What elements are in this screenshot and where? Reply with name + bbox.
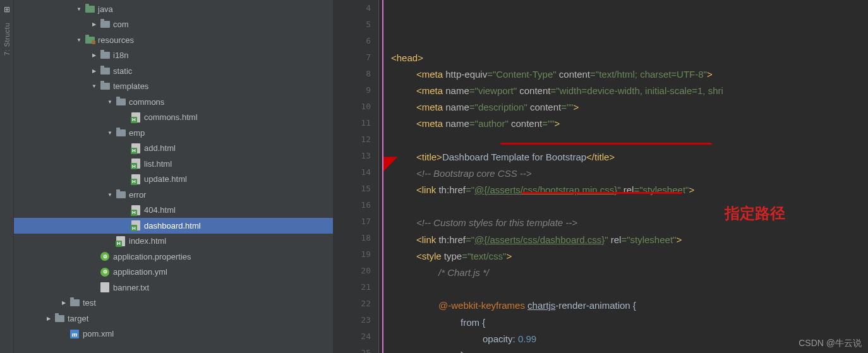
code-line[interactable]: <meta http-equiv="Content-Type" content=…	[385, 66, 868, 83]
line-number[interactable]: 6	[353, 33, 371, 49]
token: rel	[611, 232, 622, 248]
token: meta	[422, 116, 446, 132]
tree-row-templates[interactable]: templates	[14, 79, 333, 95]
line-number[interactable]: 20	[353, 263, 371, 279]
tree-row-commons[interactable]: commons	[14, 94, 333, 110]
tree-row-static[interactable]: static	[14, 63, 333, 79]
tree-row-banner-txt[interactable]: banner.txt	[14, 280, 333, 296]
line-number[interactable]: 22	[353, 296, 371, 312]
code-line[interactable]: <style type="text/css">	[385, 248, 868, 265]
line-number[interactable]: 23	[353, 312, 371, 328]
line-number[interactable]: 17	[353, 213, 371, 230]
fold-gutter[interactable]	[334, 0, 353, 353]
folder-icon	[69, 298, 80, 308]
line-number[interactable]: 14	[353, 164, 371, 181]
tree-row-emp[interactable]: emp	[14, 125, 333, 141]
structure-icon[interactable]: ⊞	[4, 5, 10, 14]
tree-row-pom-xml[interactable]: pom.xml	[14, 326, 333, 342]
tree-item-label: application.yml	[113, 267, 167, 277]
tree-row-update-html[interactable]: update.html	[14, 172, 333, 188]
chevron-icon[interactable]	[89, 21, 99, 27]
token: Content-Type	[496, 66, 553, 83]
code-line[interactable]: }	[385, 347, 868, 353]
token: ="	[550, 83, 559, 99]
chevron-icon[interactable]	[105, 99, 115, 105]
tree-row-index-html[interactable]: index.html	[14, 234, 333, 249]
tree-row-resources[interactable]: resources	[14, 32, 333, 48]
code-line[interactable]: <!-- Bootstrap core CSS -->	[385, 165, 868, 182]
chevron-icon[interactable]	[74, 6, 84, 12]
tree-row-error[interactable]: error	[14, 187, 333, 203]
line-number[interactable]: 5	[353, 16, 371, 33]
line-number[interactable]: 13	[353, 148, 371, 164]
tree-item-label: emp	[129, 128, 145, 138]
code-line[interactable]: <meta name="author" content="">	[385, 116, 868, 132]
tree-row-add-html[interactable]: add.html	[14, 141, 333, 157]
line-number[interactable]: 16	[353, 197, 371, 213]
line-number[interactable]: 9	[353, 82, 371, 99]
code-line[interactable]: <meta name="viewport" content="width=dev…	[385, 83, 868, 99]
token: <	[416, 149, 422, 165]
chevron-icon[interactable]	[89, 68, 99, 74]
line-number[interactable]: 18	[353, 230, 371, 246]
tree-row-application-yml[interactable]: application.yml	[14, 265, 333, 280]
tree-row-test[interactable]: test	[14, 296, 333, 311]
tree-row-404-html[interactable]: 404.html	[14, 203, 333, 218]
code-line[interactable]: <link th:href="@{/asserts/css/dashboard.…	[385, 232, 868, 248]
tree-row-com[interactable]: com	[14, 17, 333, 33]
editor-area[interactable]: 45678910111213141516171819202122232425 <…	[334, 0, 868, 353]
tree-row-commons-html[interactable]: commons.html	[14, 110, 333, 126]
code-line[interactable]: opacity: 0.99	[385, 331, 868, 347]
token: {	[482, 314, 485, 331]
chevron-icon[interactable]	[89, 83, 99, 89]
line-number[interactable]: 7	[353, 49, 371, 66]
text-file-icon	[99, 282, 111, 292]
code-line[interactable]	[385, 281, 868, 297]
tree-item-label: resources	[98, 35, 134, 45]
tree-row-java[interactable]: java	[14, 1, 333, 17]
line-number[interactable]: 10	[353, 99, 371, 115]
code-line[interactable]: from {	[385, 314, 868, 331]
token: "	[553, 66, 559, 83]
line-number[interactable]: 15	[353, 181, 371, 197]
code-line[interactable]: <link th:href="@{/asserts/css/bootstrap.…	[385, 182, 868, 198]
line-number[interactable]: 25	[353, 345, 371, 353]
chevron-icon[interactable]	[105, 130, 115, 136]
vertical-toolbar[interactable]: ⊞ 7: Structu	[0, 0, 14, 353]
line-number[interactable]: 24	[353, 328, 371, 345]
tree-row-i18n[interactable]: i18n	[14, 48, 333, 64]
token: <	[416, 182, 422, 198]
code-line[interactable]	[385, 133, 868, 149]
chevron-icon[interactable]	[59, 300, 69, 306]
line-number[interactable]: 8	[353, 66, 371, 82]
code-content[interactable]: <head><meta http-equiv="Content-Type" co…	[383, 0, 868, 353]
line-number[interactable]: 19	[353, 246, 371, 263]
line-number[interactable]: 11	[353, 115, 371, 131]
chevron-icon[interactable]	[74, 37, 84, 43]
tree-row-application-properties[interactable]: application.properties	[14, 249, 333, 265]
chevron-icon[interactable]	[105, 192, 115, 198]
code-line[interactable]: @-webkit-keyframes chartjs-render-animat…	[385, 297, 868, 314]
tree-row-list-html[interactable]: list.html	[14, 156, 333, 172]
code-line[interactable]: /* Chart.js */	[385, 265, 868, 281]
code-line[interactable]: <!-- Custom styles for this template -->	[385, 215, 868, 231]
chevron-icon[interactable]	[44, 316, 54, 321]
code-line[interactable]: <title>Dashboard Template for Bootstrap<…	[385, 149, 868, 165]
token: content	[559, 66, 590, 83]
structure-tab-label[interactable]: 7: Structu	[3, 23, 11, 56]
chevron-icon[interactable]	[89, 52, 99, 58]
line-number-gutter[interactable]: 45678910111213141516171819202122232425	[353, 0, 379, 353]
token: @{	[474, 232, 487, 248]
line-number[interactable]: 4	[353, 0, 371, 16]
line-number[interactable]: 21	[353, 279, 371, 296]
project-tree-panel[interactable]: javacomresourcesi18nstatictemplatescommo…	[14, 0, 334, 353]
code-line[interactable]: <meta name="description" content="">	[385, 99, 868, 116]
tree-row-target[interactable]: target	[14, 311, 333, 326]
code-line[interactable]	[385, 198, 868, 215]
token: }	[461, 347, 464, 353]
tree-row-dashboard-html[interactable]: dashboard.html	[14, 218, 333, 234]
line-number[interactable]: 12	[353, 131, 371, 148]
token: link	[422, 182, 439, 198]
code-line[interactable]: <head>	[385, 50, 868, 66]
token: <	[416, 66, 422, 83]
